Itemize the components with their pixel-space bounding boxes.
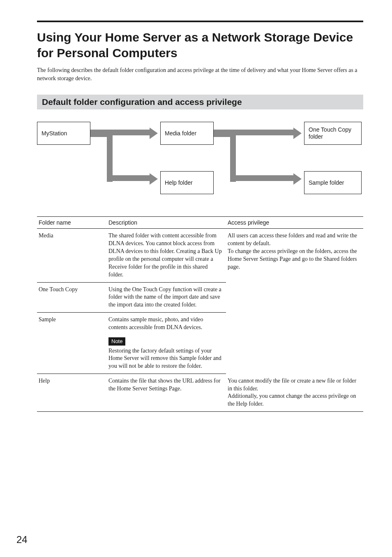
connector xyxy=(236,175,293,181)
connector-arrow xyxy=(293,173,302,185)
diagram-box-media: Media folder xyxy=(160,122,214,145)
cell-description: The shared folder with content accessibl… xyxy=(107,229,226,282)
connector xyxy=(107,130,113,182)
note-tag: Note xyxy=(108,337,125,346)
cell-folder-name: One Touch Copy xyxy=(37,282,107,313)
cell-description: Using the One Touch Copy function will c… xyxy=(107,282,226,313)
connector-arrow xyxy=(293,128,302,139)
folder-table: Folder name Description Access privilege… xyxy=(37,216,363,412)
cell-folder-name: Help xyxy=(37,374,107,412)
page-heading: Using Your Home Server as a Network Stor… xyxy=(37,30,363,60)
section-heading: Default folder configuration and access … xyxy=(37,95,363,109)
col-header-description: Description xyxy=(107,217,226,229)
diagram-box-sample: Sample folder xyxy=(304,171,362,194)
table-row: Media The shared folder with content acc… xyxy=(37,229,363,282)
folder-diagram: MyStation Media folder Help folder One T… xyxy=(37,122,363,208)
intro-text: The following describes the default fold… xyxy=(37,66,363,82)
diagram-box-help: Help folder xyxy=(160,171,214,194)
cell-access: You cannot modify the file or create a n… xyxy=(226,374,363,412)
connector xyxy=(113,175,150,181)
page-number: 24 xyxy=(16,534,28,545)
cell-folder-name: Media xyxy=(37,229,107,282)
cell-access: All users can access these folders and r… xyxy=(226,229,363,374)
connector-arrow xyxy=(150,173,158,185)
connector xyxy=(236,130,293,135)
diagram-box-onetouch: One Touch Copy folder xyxy=(304,122,362,145)
cell-description: Contains the file that shows the URL add… xyxy=(107,374,226,412)
connector xyxy=(90,130,107,137)
diagram-box-mystation: MyStation xyxy=(37,122,90,145)
sample-desc-1: Contains sample music, photo, and video … xyxy=(108,316,224,332)
sample-desc-2: Restoring the factory default settings o… xyxy=(108,347,224,371)
col-header-access: Access privilege xyxy=(226,217,363,229)
top-rule xyxy=(37,21,363,22)
col-header-folder: Folder name xyxy=(37,217,107,229)
cell-folder-name: Sample xyxy=(37,313,107,374)
connector xyxy=(113,130,150,135)
connector xyxy=(214,130,230,137)
connector-arrow xyxy=(150,128,158,139)
table-row: Help Contains the file that shows the UR… xyxy=(37,374,363,412)
connector xyxy=(230,130,236,182)
cell-description: Contains sample music, photo, and video … xyxy=(107,313,226,374)
